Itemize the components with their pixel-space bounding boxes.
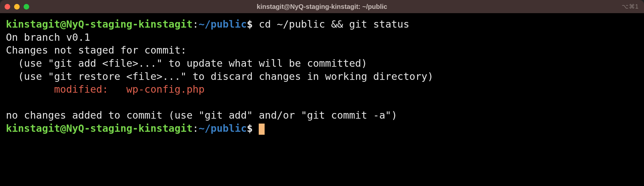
- prompt-user-host: kinstagit@NyQ-staging-kinstagit: [6, 18, 192, 30]
- terminal-body[interactable]: kinstagit@NyQ-staging-kinstagit:~/public…: [0, 13, 644, 186]
- output-line: (use "git add <file>..." to update what …: [6, 58, 367, 69]
- prompt-symbol: $: [247, 123, 253, 134]
- output-line: On branch v0.1: [6, 32, 90, 43]
- output-modified-file: modified: wp-config.php: [6, 83, 205, 95]
- zoom-icon[interactable]: [24, 4, 29, 10]
- prompt-user-host: kinstagit@NyQ-staging-kinstagit: [6, 123, 192, 134]
- minimize-icon[interactable]: [14, 4, 20, 10]
- terminal-window: kinstagit@NyQ-staging-kinstagit: ~/publi…: [0, 0, 644, 186]
- output-line: (use "git restore <file>..." to discard …: [6, 71, 433, 82]
- prompt-path: ~/public: [199, 123, 247, 134]
- prompt-symbol: $: [247, 18, 253, 30]
- prompt-colon: :: [192, 18, 198, 30]
- output-line: Changes not staged for commit:: [6, 44, 187, 56]
- traffic-lights: [5, 4, 29, 10]
- titlebar: kinstagit@NyQ-staging-kinstagit: ~/publi…: [0, 0, 644, 13]
- close-icon[interactable]: [5, 4, 10, 10]
- prompt-path: ~/public: [199, 18, 247, 30]
- command-text: cd ~/public && git status: [259, 18, 409, 30]
- cursor-icon: [259, 124, 265, 135]
- window-title: kinstagit@NyQ-staging-kinstagit: ~/publi…: [0, 3, 644, 11]
- output-line: no changes added to commit (use "git add…: [6, 109, 397, 121]
- window-shortcut-hint: ⌥⌘1: [622, 3, 639, 10]
- prompt-colon: :: [192, 123, 198, 134]
